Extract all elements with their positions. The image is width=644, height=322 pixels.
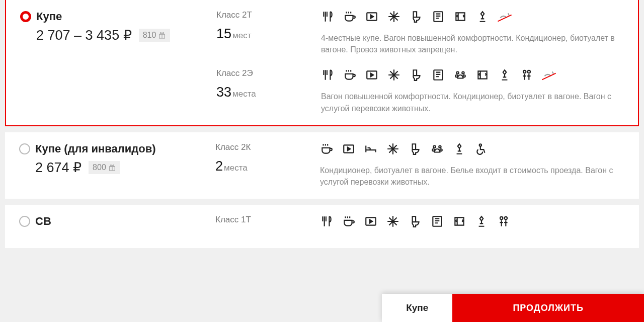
fare-title: Купе [36,10,62,23]
wheelchair-icon [475,142,488,157]
continue-button[interactable]: ПРОДОЛЖИТЬ [452,294,644,322]
cup-icon [343,10,356,25]
fare-price: 2 674 ₽ [35,159,82,176]
toilet-icon [410,10,423,25]
class-desc: Вагон повышенной комфортности. Кондицион… [321,91,624,114]
bed-icon [453,142,466,157]
gift-icon [158,31,166,39]
tv-icon [364,215,377,230]
tv-icon [365,10,378,25]
ebook-icon [476,68,489,84]
fare-card-kupe[interactable]: Купе 2 707 – 3 435 ₽ 810 Класс 2Т 15мест [5,0,639,126]
pets-icon [454,68,467,84]
class-block-2t[interactable]: Класс 2Т 15мест 4-местные купе. В [216,10,624,55]
fare-title: Купе (для инвалидов) [35,142,156,155]
toilet-icon [410,68,423,84]
gift-icon [108,164,116,172]
toilet-icon [409,215,422,230]
fare-card-sv[interactable]: СВ Класс 1Т [5,205,639,248]
radio-sv[interactable] [19,216,30,227]
cup-icon [320,142,333,157]
amenity-row [320,142,625,157]
amenity-row [321,10,624,25]
tv-icon [342,142,355,157]
class-desc: Кондиционер, биотуалет в вагоне. Белье в… [320,165,625,188]
amenity-row [321,68,624,84]
tv-icon [365,68,378,84]
ebook-icon [454,10,467,25]
food-icon [320,215,333,230]
sleep-icon [364,142,377,157]
class-name: Класс 1Т [215,215,306,225]
ac-icon [387,10,400,25]
fare-card-kupe-disabled[interactable]: Купе (для инвалидов) 2 674 ₽ 800 Класс 2… [5,132,639,199]
bonus-badge: 810 [139,29,171,42]
class-desc: 4-местные купе. Вагон повышенной комфорт… [321,32,624,55]
press-icon [431,215,444,230]
food-icon [321,10,334,25]
selected-fare-label: Купе [382,294,452,322]
bed-icon [475,215,488,230]
class-name: Класс 2К [215,142,306,152]
cup-icon [342,215,355,230]
press-icon [432,10,445,25]
cup-icon [343,68,356,84]
ac-icon [386,142,399,157]
no-pets-icon [498,10,511,25]
fare-price: 2 707 – 3 435 ₽ [36,27,132,43]
bottom-bar: Купе ПРОДОЛЖИТЬ [382,294,644,322]
pets-icon [431,142,444,157]
radio-kupe-disabled[interactable] [19,143,30,154]
ac-icon [386,215,399,230]
no-smoking-icon [542,68,555,84]
bonus-badge: 800 [89,161,120,174]
press-icon [432,68,445,84]
fare-title: СВ [35,215,51,228]
people-icon [520,68,533,84]
radio-kupe[interactable] [20,11,31,22]
people-icon [497,215,510,230]
class-block-2k[interactable]: Класс 2К 2места Кондиционер, биотуалет в… [215,142,625,188]
ebook-icon [453,215,466,230]
toilet-icon [409,142,422,157]
bed-icon [498,68,511,84]
class-name: Класс 2Э [216,68,307,78]
class-name: Класс 2Т [216,10,307,20]
ac-icon [387,68,400,84]
food-icon [321,68,334,84]
class-block-1t[interactable]: Класс 1Т [215,215,625,237]
amenity-row [320,215,625,230]
class-block-2e[interactable]: Класс 2Э 33места [216,68,624,114]
bed-icon [476,10,489,25]
